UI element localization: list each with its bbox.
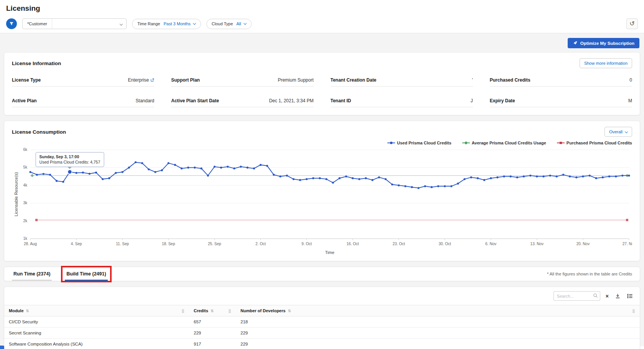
column-resize-handle-icon[interactable]: ⣿: [228, 309, 231, 313]
field-license-type: License Type Enterprise: [12, 76, 154, 87]
consumption-line-chart[interactable]: 1k2k3k4k5k6k28. Aug4. Sep11. Sep18. Sep2…: [12, 146, 632, 256]
license-fields-grid: License Type Enterprise Support Plan Pre…: [12, 76, 632, 107]
cell-module: Secret Scanning: [4, 328, 189, 338]
chevron-down-icon: [625, 130, 628, 133]
legend-average-usage[interactable]: Average Prisma Cloud Credits Usage: [462, 141, 546, 145]
field-purchased-credits: Purchased Credits 0: [490, 76, 632, 87]
sort-icon[interactable]: ⇅: [288, 309, 291, 313]
cell-credits: 229: [189, 328, 236, 338]
cloud-type-value[interactable]: All: [236, 21, 246, 26]
consumption-view-selector[interactable]: Overall: [604, 127, 632, 137]
svg-text:23. Oct: 23. Oct: [392, 242, 405, 246]
chevron-down-icon: [243, 21, 246, 25]
chevron-down-icon[interactable]: [117, 20, 126, 27]
line-circle-marker-icon: [387, 141, 395, 145]
svg-text:Licensable Resource(s): Licensable Resource(s): [14, 172, 18, 216]
cell-developers: 218: [236, 316, 640, 327]
cell-credits: 917: [189, 339, 236, 349]
license-information-card: License Information Show more informatio…: [4, 52, 640, 115]
license-consumption-card: License Consumption Overall Used Prisma …: [4, 121, 640, 261]
svg-text:18. Sep: 18. Sep: [162, 242, 175, 246]
column-settings-icon[interactable]: [626, 292, 634, 300]
funnel-icon: [9, 21, 14, 26]
cell-credits: 657: [189, 316, 236, 327]
license-information-title: License Information: [12, 61, 61, 66]
column-header-credits[interactable]: Credits⇅ ⣿: [189, 305, 236, 316]
optimize-subscription-button[interactable]: Optimize My Subscription: [568, 38, 639, 48]
consumption-chart[interactable]: 1k2k3k4k5k6k28. Aug4. Sep11. Sep18. Sep2…: [12, 146, 632, 258]
table-header-row: Module⇅ ⣿ Credits⇅ ⣿ Number of Developer…: [4, 305, 640, 316]
time-range-filter[interactable]: Time Range Past 3 Months: [132, 19, 201, 29]
svg-text:3k: 3k: [23, 201, 28, 205]
svg-text:6. Nov: 6. Nov: [485, 242, 496, 246]
filter-icon[interactable]: [6, 18, 17, 29]
rocket-icon: [573, 41, 578, 46]
sort-icon[interactable]: ⇅: [211, 309, 214, 313]
customer-filter[interactable]: *Customer: [22, 18, 127, 29]
cell-module: Software Composition Analysis (SCA): [4, 339, 189, 349]
cell-module: CI/CD Security: [4, 316, 189, 327]
line-diamond-marker-icon: [462, 141, 470, 145]
legend-purchased-credits[interactable]: Purchased Prisma Cloud Credits: [557, 141, 632, 145]
customer-filter-label: *Customer: [23, 19, 52, 29]
svg-text:5k: 5k: [23, 165, 28, 169]
svg-text:11. Sep: 11. Sep: [116, 242, 129, 246]
clear-search-icon[interactable]: ×: [605, 293, 609, 300]
search-icon: [593, 293, 598, 298]
search-box: [553, 291, 600, 301]
field-active-plan: Active Plan Standard: [12, 97, 154, 107]
cell-developers: 229: [236, 339, 640, 349]
cell-developers: 229: [236, 328, 640, 338]
time-range-value[interactable]: Past 3 Months: [163, 21, 195, 26]
bottom-left-artifact: [0, 346, 4, 349]
chart-legend: Used Prisma Cloud Credits Average Prisma…: [12, 141, 632, 145]
page-header: Licensing: [0, 0, 644, 15]
legend-used-credits[interactable]: Used Prisma Cloud Credits: [387, 141, 451, 145]
line-square-marker-icon: [557, 141, 565, 145]
table-row[interactable]: Software Composition Analysis (SCA) 917 …: [4, 339, 640, 349]
field-tenant-creation-date: Tenant Creation Date ': [331, 76, 473, 87]
content-area: Optimize My Subscription License Informa…: [0, 33, 644, 346]
svg-text:16. Oct: 16. Oct: [346, 242, 359, 246]
external-link-icon: [150, 78, 154, 82]
column-header-developers[interactable]: Number of Developers⇅ ⣿: [236, 305, 640, 316]
tab-build-time[interactable]: Build Time (2491): [65, 267, 107, 281]
cloud-type-label: Cloud Type: [212, 21, 233, 26]
column-resize-handle-icon[interactable]: ⣿: [632, 309, 635, 313]
license-consumption-title: License Consumption: [12, 129, 66, 135]
svg-text:1k: 1k: [23, 236, 28, 241]
filter-bar: *Customer Time Range Past 3 Months Cloud…: [0, 15, 644, 33]
tab-run-time[interactable]: Run Time (2374): [12, 267, 52, 281]
column-header-module[interactable]: Module⇅ ⣿: [4, 305, 189, 316]
column-resize-handle-icon[interactable]: ⣿: [181, 309, 184, 313]
svg-text:2. Oct: 2. Oct: [255, 242, 266, 246]
field-active-plan-start-date: Active Plan Start Date Dec 1, 2021, 3:34…: [171, 97, 313, 107]
svg-text:6k: 6k: [23, 147, 28, 152]
show-more-information-button[interactable]: Show more information: [580, 58, 632, 68]
license-type-link[interactable]: Enterprise: [128, 77, 155, 83]
reset-filters-icon[interactable]: ↺: [626, 18, 638, 29]
table-controls: ×: [4, 287, 640, 305]
svg-text:Time: Time: [325, 250, 334, 255]
svg-text:30. Oct: 30. Oct: [439, 242, 451, 246]
sort-icon[interactable]: ⇅: [26, 309, 29, 313]
credits-note: * All the figures shown in the table are…: [547, 272, 632, 276]
table-row[interactable]: Secret Scanning 229 229: [4, 328, 640, 339]
svg-text:4k: 4k: [23, 183, 28, 187]
cloud-type-filter[interactable]: Cloud Type All: [206, 19, 252, 29]
download-icon[interactable]: [614, 292, 621, 300]
page-title: Licensing: [6, 4, 638, 13]
svg-text:20. Nov: 20. Nov: [576, 242, 590, 246]
svg-text:2k: 2k: [23, 219, 28, 223]
svg-text:13. Nov: 13. Nov: [530, 242, 544, 246]
svg-text:28. Aug: 28. Aug: [24, 242, 37, 246]
chevron-down-icon: [193, 21, 196, 25]
table-row[interactable]: CI/CD Security 657 218: [4, 316, 640, 328]
time-tabs-strip: Run Time (2374) Build Time (2491) * All …: [4, 267, 640, 281]
field-support-plan: Support Plan Premium Support: [171, 76, 313, 87]
customer-filter-value[interactable]: [52, 19, 117, 29]
svg-text:9. Oct: 9. Oct: [301, 242, 312, 246]
time-range-label: Time Range: [137, 21, 160, 26]
field-expiry-date: Expiry Date M: [490, 97, 632, 107]
svg-text:25. Sep: 25. Sep: [208, 242, 221, 246]
